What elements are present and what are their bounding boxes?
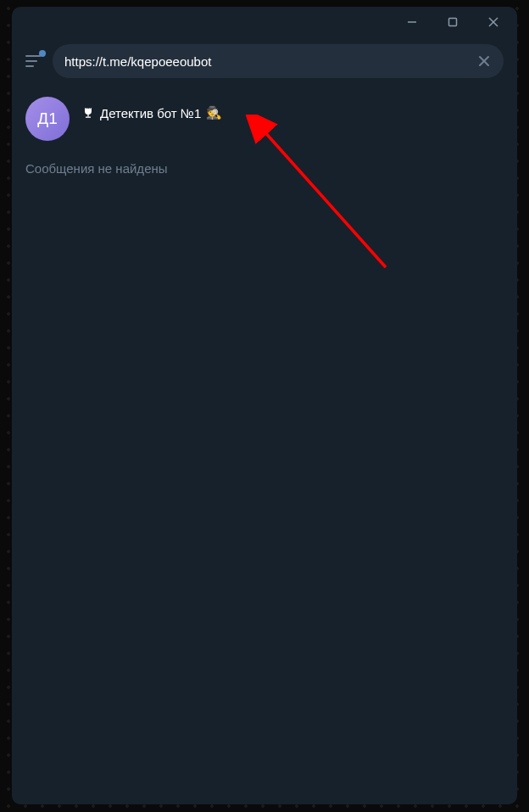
close-button[interactable] [476, 9, 510, 35]
maximize-button[interactable] [436, 9, 470, 35]
svg-rect-6 [87, 115, 88, 117]
app-window: Д1 Детектив бот №1 🕵️ Сообщения н [12, 7, 517, 804]
chat-item[interactable]: Д1 Детектив бот №1 🕵️ [12, 88, 517, 149]
close-icon [487, 16, 499, 28]
titlebar [12, 7, 517, 37]
svg-rect-7 [86, 117, 91, 118]
x-icon [476, 53, 492, 69]
notification-dot [39, 50, 46, 57]
chat-info: Детектив бот №1 🕵️ [81, 117, 504, 120]
minimize-button[interactable] [395, 9, 429, 35]
maximize-icon [447, 16, 459, 28]
no-messages-text: Сообщения не найдены [12, 149, 517, 188]
chat-title: Детектив бот №1 [100, 106, 201, 120]
menu-line [25, 60, 37, 62]
menu-line [25, 55, 41, 57]
search-results: Д1 Детектив бот №1 🕵️ Сообщения н [12, 88, 517, 804]
header [12, 37, 517, 88]
verified-icon [81, 106, 95, 120]
search-input[interactable] [64, 54, 470, 69]
chat-name-row: Детектив бот №1 🕵️ [81, 105, 504, 120]
minimize-icon [406, 16, 418, 28]
svg-rect-1 [449, 19, 457, 26]
menu-line [25, 65, 34, 67]
avatar: Д1 [25, 97, 70, 141]
menu-button[interactable] [25, 52, 41, 70]
search-container [53, 44, 504, 78]
detective-emoji-icon: 🕵️ [206, 105, 222, 120]
clear-search-button[interactable] [476, 53, 492, 69]
avatar-text: Д1 [37, 109, 57, 128]
